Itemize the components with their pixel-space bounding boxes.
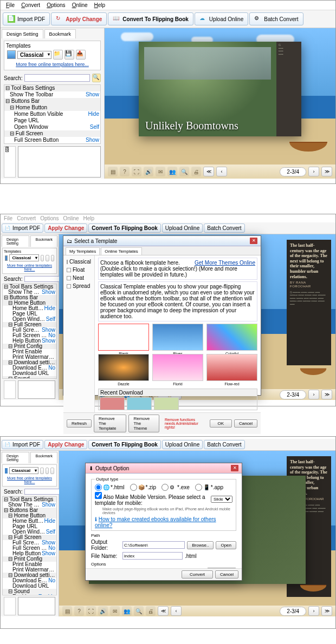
- template-card-colorful[interactable]: Colorful: [206, 324, 257, 351]
- sound-icon[interactable]: 🔊: [144, 167, 153, 176]
- upload-online-button[interactable]: Upload Online: [162, 440, 203, 449]
- boat-decoration: [289, 130, 327, 152]
- settings-panel: Design Setting Bookmark Templates Classi…: [1, 28, 105, 179]
- convert-flipbook-button[interactable]: 📖Convert To Flipping Book: [108, 12, 193, 25]
- apply-change-button[interactable]: Apply Change: [44, 224, 87, 233]
- template-card-blues[interactable]: Blues: [152, 324, 203, 351]
- apply-change-button[interactable]: Apply Change: [44, 440, 87, 449]
- type-float[interactable]: Float: [64, 266, 93, 274]
- convert-button[interactable]: Convert: [182, 570, 213, 579]
- contents-icon[interactable]: ▤: [108, 167, 118, 176]
- how-link[interactable]: How to make created ebooks available for…: [95, 516, 216, 528]
- tab-my-templates[interactable]: My Templates: [66, 247, 100, 255]
- menu-help[interactable]: Help: [94, 2, 106, 8]
- more-templates-link[interactable]: More free online templates here...: [4, 262, 55, 272]
- template-card-blank[interactable]: Blank: [98, 324, 149, 351]
- social-icon[interactable]: 👥: [167, 167, 177, 176]
- flipbook[interactable]: Unlikely Boomtowns G▪▪▪▪▪▪▪▪▪▪▪▪▪▪▪: [139, 42, 301, 136]
- fullscreen-icon[interactable]: ⛶: [132, 167, 141, 176]
- remove-template-button[interactable]: Remove The Template: [94, 415, 126, 432]
- import-pdf-button[interactable]: 📄Import PDF: [3, 12, 50, 25]
- cancel-button[interactable]: Cancel: [215, 570, 238, 579]
- help-icon[interactable]: ?: [120, 167, 130, 176]
- tab-bookmark[interactable]: Bookmark: [30, 235, 57, 247]
- menu-online[interactable]: Online: [72, 2, 88, 8]
- filename-input[interactable]: [122, 552, 183, 560]
- settings-tree[interactable]: ⊟ Tool Bars SettingsShow The ToolbarShow…: [2, 284, 57, 379]
- radio-exe[interactable]: ⚙*.exe: [161, 484, 190, 491]
- template-card-dazzle[interactable]: Dazzle: [98, 354, 149, 381]
- select-template-dialog: 🗂Select a Template✕ My Templates Online …: [63, 235, 261, 396]
- menu-file[interactable]: File: [6, 2, 15, 8]
- print-icon[interactable]: 🖨: [191, 167, 201, 176]
- settings-tree[interactable]: ⊟ Tool Bars SettingsShow The ToolbarShow…: [2, 496, 57, 595]
- last-page-button[interactable]: ≫: [321, 167, 332, 176]
- output-folder-input[interactable]: [122, 541, 185, 549]
- more-templates-link[interactable]: More free online templates here...: [4, 475, 55, 485]
- close-icon[interactable]: ✕: [231, 465, 238, 471]
- also-mobile-check[interactable]: Also Make Mobile Version. Please select …: [95, 492, 209, 506]
- browse-button[interactable]: Browse..: [187, 541, 214, 549]
- menu-options[interactable]: Options: [47, 2, 65, 8]
- tab-bookmark[interactable]: Bookmark: [44, 29, 76, 38]
- next-page-button[interactable]: ›: [308, 167, 319, 176]
- upload-online-button[interactable]: Upload Online: [162, 224, 203, 233]
- template-type-list[interactable]: Classical Float Neat Spread: [63, 255, 95, 412]
- share-icon[interactable]: ✉: [156, 167, 165, 176]
- convert-flipbook-button[interactable]: Convert To Flipping Book: [88, 224, 160, 233]
- admin-note: Remove functions needs Administrator rig…: [165, 418, 205, 429]
- template-dropdown[interactable]: Classical: [9, 254, 39, 261]
- ok-button[interactable]: OK: [210, 419, 232, 428]
- type-neat[interactable]: Neat: [64, 274, 93, 282]
- convert-flipbook-button[interactable]: Convert To Flipping Book: [88, 440, 160, 449]
- options-label: Options: [91, 562, 236, 567]
- search-input[interactable]: [24, 74, 90, 82]
- page-indicator[interactable]: 2-3/4: [280, 607, 306, 616]
- batch-convert-button[interactable]: ⚙Batch Convert: [249, 12, 303, 25]
- tab-design-setting[interactable]: Design Setting: [2, 235, 29, 247]
- search-label: Search:: [4, 75, 22, 81]
- template-dropdown[interactable]: Classical: [17, 51, 51, 59]
- book-control-bar: ▤ ? ⛶ 🔊 ✉ 👥 🔍 🖨 ≪ ‹ 2-3/4 › ≫: [105, 165, 335, 179]
- settings-tree[interactable]: ⊟ Tool Bars SettingsShow The ToolbarShow…: [4, 84, 101, 144]
- template-folder-icon[interactable]: 📁: [53, 50, 63, 60]
- batch-convert-button[interactable]: Batch Convert: [204, 224, 244, 233]
- cancel-button[interactable]: Cancel: [234, 419, 257, 428]
- template-card-florid[interactable]: Florid: [152, 354, 203, 381]
- remove-theme-button[interactable]: Remove The Theme: [128, 415, 159, 432]
- radio-app[interactable]: 📱*.app: [195, 484, 223, 491]
- menu-convert[interactable]: Convert: [21, 2, 40, 8]
- type-spread[interactable]: Spread: [64, 282, 93, 290]
- mobile-template-select[interactable]: Slide: [211, 496, 232, 503]
- open-button[interactable]: Open: [216, 541, 236, 549]
- radio-zip[interactable]: 📦*.zip: [130, 484, 156, 491]
- first-page-button[interactable]: ≪: [203, 167, 214, 176]
- more-themes-link[interactable]: Get More Themes Online: [195, 260, 255, 266]
- template-export-icon[interactable]: 📤: [76, 50, 86, 60]
- template-card-flowred[interactable]: Flow-red: [206, 354, 257, 381]
- type-classical[interactable]: Classical: [64, 258, 93, 266]
- batch-convert-button[interactable]: Batch Convert: [204, 440, 244, 449]
- prev-page-button[interactable]: ‹: [216, 167, 227, 176]
- template-dropdown[interactable]: Classical: [9, 467, 39, 474]
- property-editor[interactable]: [18, 146, 101, 178]
- import-pdf-button[interactable]: 📄Import PDF: [2, 440, 43, 449]
- tab-design-setting[interactable]: Design Setting: [2, 29, 43, 38]
- main-toolbar: 📄Import PDF ↻Apply Change 📖Convert To Fl…: [1, 10, 335, 28]
- book-title: Unlikely Boomtowns: [145, 120, 238, 132]
- upload-online-button[interactable]: ☁Upload Online: [195, 12, 248, 25]
- template-description: Classical Template enables you to show y…: [98, 281, 257, 321]
- close-icon[interactable]: ✕: [250, 238, 257, 244]
- page-indicator[interactable]: 2-3/4: [280, 390, 306, 399]
- magazine-column: The last half-century was the age of the…: [287, 240, 331, 365]
- page-indicator[interactable]: 2-3/4: [280, 167, 306, 176]
- tab-online-templates[interactable]: Online Templates: [101, 247, 142, 255]
- search-icon[interactable]: 🔍: [92, 74, 101, 82]
- refresh-button[interactable]: Refresh: [67, 419, 92, 428]
- more-templates-link[interactable]: More free online templates here...: [6, 61, 99, 68]
- radio-html[interactable]: 🌐*.html: [95, 484, 125, 491]
- zoom-icon[interactable]: 🔍: [179, 167, 189, 176]
- import-pdf-button[interactable]: 📄Import PDF: [2, 224, 43, 233]
- apply-change-button[interactable]: ↻Apply Change: [51, 12, 107, 25]
- template-save-icon[interactable]: 💾: [64, 50, 74, 60]
